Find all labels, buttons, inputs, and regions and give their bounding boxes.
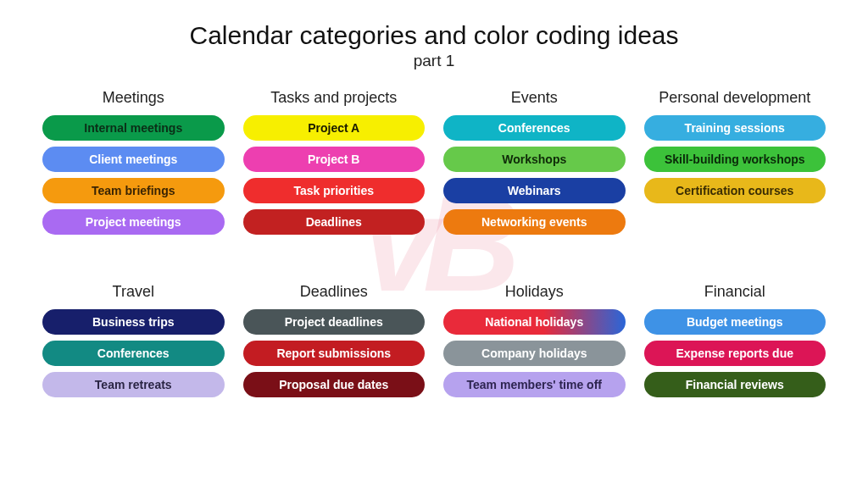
category-header: Meetings bbox=[42, 89, 225, 107]
category-column: EventsConferencesWorkshopsWebinarsNetwor… bbox=[443, 89, 626, 241]
category-pill: Budget meetings bbox=[644, 309, 826, 335]
category-column: TravelBusiness tripsConferencesTeam retr… bbox=[42, 283, 225, 403]
category-header: Holidays bbox=[443, 283, 626, 301]
category-header: Deadlines bbox=[243, 283, 426, 301]
category-pill: Team members' time off bbox=[443, 372, 626, 397]
category-pill: Training sessions bbox=[644, 115, 826, 141]
category-pill: Workshops bbox=[443, 147, 626, 172]
category-pill: Networking events bbox=[443, 209, 626, 235]
category-pill: Project B bbox=[243, 147, 426, 172]
page-subtitle: part 1 bbox=[42, 52, 826, 70]
category-column: Personal developmentTraining sessionsSki… bbox=[644, 89, 826, 241]
category-header: Events bbox=[443, 89, 626, 107]
diagram-content: Calendar categories and color coding ide… bbox=[42, 21, 826, 403]
category-pill: National holidays bbox=[443, 309, 626, 335]
category-pill: Conferences bbox=[443, 115, 626, 141]
category-header: Personal development bbox=[644, 89, 826, 107]
category-pill: Company holidays bbox=[443, 341, 626, 366]
category-column: HolidaysNational holidaysCompany holiday… bbox=[443, 283, 626, 403]
category-column: Tasks and projectsProject AProject BTask… bbox=[243, 89, 426, 241]
category-column: MeetingsInternal meetingsClient meetings… bbox=[42, 89, 225, 241]
category-pill: Proposal due dates bbox=[243, 372, 426, 397]
page-title: Calendar categories and color coding ide… bbox=[42, 21, 826, 50]
category-pill: Project meetings bbox=[42, 209, 225, 235]
category-header: Financial bbox=[644, 283, 826, 301]
category-pill: Webinars bbox=[443, 178, 626, 203]
category-pill: Project A bbox=[243, 115, 426, 141]
category-pill: Team retreats bbox=[42, 372, 225, 397]
categories-grid: MeetingsInternal meetingsClient meetings… bbox=[42, 89, 826, 403]
category-pill: Report submissions bbox=[243, 341, 426, 366]
category-pill: Task priorities bbox=[243, 178, 426, 203]
category-pill: Project deadlines bbox=[243, 309, 426, 335]
category-pill: Financial reviews bbox=[644, 372, 826, 397]
category-column: DeadlinesProject deadlinesReport submiss… bbox=[243, 283, 426, 403]
category-pill: Certification courses bbox=[644, 178, 826, 203]
category-pill: Conferences bbox=[42, 341, 225, 366]
category-header: Travel bbox=[42, 283, 225, 301]
category-pill: Client meetings bbox=[42, 147, 225, 172]
category-pill: Team briefings bbox=[42, 178, 225, 203]
category-pill: Business trips bbox=[42, 309, 225, 335]
category-pill: Internal meetings bbox=[42, 115, 225, 141]
category-pill: Expense reports due bbox=[644, 341, 826, 366]
category-column: FinancialBudget meetingsExpense reports … bbox=[644, 283, 826, 403]
category-pill: Deadlines bbox=[243, 209, 426, 235]
category-header: Tasks and projects bbox=[243, 89, 426, 107]
category-pill: Skill-building workshops bbox=[644, 147, 826, 172]
